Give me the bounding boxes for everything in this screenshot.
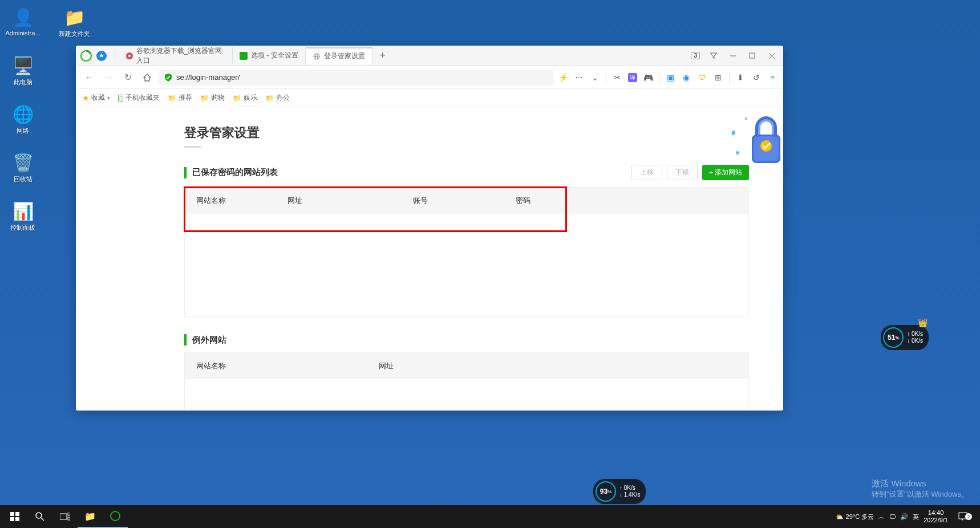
col-header-name: 网站名称 bbox=[196, 196, 287, 206]
saved-passwords-section: 已保存密码的网站列表 上移 下移 + 添加网站 网站名称 bbox=[184, 165, 749, 317]
desktop-icon-control-panel[interactable]: 📊 控制面板 bbox=[6, 200, 40, 232]
new-tab-button[interactable]: + bbox=[375, 48, 391, 64]
bookmark-folder-office[interactable]: 📁 办公 bbox=[265, 93, 290, 103]
favorites-button[interactable]: ★ 收藏 ▾ bbox=[83, 93, 110, 103]
col-header-password: 密码 bbox=[516, 196, 737, 206]
minimize-button[interactable] bbox=[724, 48, 742, 64]
svg-point-12 bbox=[736, 151, 739, 155]
desktop-icon-new-folder[interactable]: 📁 新建文件夹 bbox=[57, 6, 91, 38]
url-input[interactable]: se://login-manager/ bbox=[159, 70, 553, 86]
phone-icon: ▯ bbox=[118, 95, 123, 101]
download-icon[interactable]: ⬇ bbox=[735, 72, 746, 83]
tab-options-security[interactable]: 选项 - 安全设置 bbox=[233, 47, 306, 64]
desktop-icon-network[interactable]: 🌐 网络 bbox=[6, 103, 40, 135]
grid-icon[interactable]: ⊞ bbox=[713, 72, 723, 83]
folder-icon: 📁 bbox=[233, 94, 241, 102]
menu-icon[interactable]: ≡ bbox=[767, 72, 777, 83]
search-button[interactable] bbox=[27, 505, 52, 528]
crown-icon: 👑 bbox=[918, 318, 928, 327]
col-header-url: 网址 bbox=[379, 361, 737, 371]
tab-google-download[interactable]: 谷歌浏览器下载_浏览器官网入口 bbox=[119, 47, 233, 64]
svg-rect-21 bbox=[15, 517, 19, 521]
folder-icon: 📁 bbox=[168, 94, 176, 102]
home-button[interactable] bbox=[140, 70, 155, 85]
tray-volume-icon[interactable]: 🔊 bbox=[900, 513, 908, 521]
table-body-empty bbox=[185, 214, 748, 316]
lock-illustration bbox=[732, 113, 783, 172]
back-button[interactable]: ← bbox=[82, 70, 96, 85]
saved-passwords-table: 网站名称 网址 账号 密码 bbox=[184, 187, 749, 317]
bookmark-folder-shopping[interactable]: 📁 购物 bbox=[200, 93, 225, 103]
sync-icon[interactable] bbox=[96, 51, 107, 61]
page-header: 登录管家设置 bbox=[184, 124, 749, 148]
reload-button[interactable]: ↻ bbox=[120, 70, 135, 85]
chevron-down-icon[interactable]: ⌄ bbox=[590, 72, 600, 83]
taskbar: 📁 ⛅ 29°C 多云 ︿ 🖵 🔊 英 14:40 2022/9/1 2 bbox=[0, 505, 980, 528]
restore-icon[interactable]: ↺ bbox=[751, 72, 762, 83]
circle-icon[interactable]: ◉ bbox=[681, 72, 691, 83]
percent-circle: 93% bbox=[596, 481, 616, 502]
tab-count-badge[interactable]: 3 bbox=[691, 52, 700, 59]
move-down-button[interactable]: 下移 bbox=[667, 165, 698, 180]
maximize-button[interactable] bbox=[743, 48, 762, 64]
page-content[interactable]: 登录管家设置 bbox=[76, 107, 783, 411]
folder-icon: 📁 bbox=[265, 94, 274, 102]
url-bar: ← → ↻ se://login-manager/ ⚡ ⋯ ⌄ ✂ 译 🎮 ▣ … bbox=[76, 66, 783, 89]
ime-indicator[interactable]: 英 bbox=[913, 513, 919, 521]
scissors-icon[interactable]: ✂ bbox=[612, 72, 622, 83]
move-up-button[interactable]: 上移 bbox=[631, 165, 662, 180]
trash-icon: 🗑️ bbox=[11, 151, 34, 174]
tray-monitor-icon[interactable]: 🖵 bbox=[889, 513, 896, 520]
col-header-name: 网站名称 bbox=[196, 361, 379, 371]
security-icon[interactable]: 🛡 bbox=[697, 72, 707, 83]
page-title: 登录管家设置 bbox=[184, 124, 749, 141]
weather-widget[interactable]: ⛅ 29°C 多云 bbox=[836, 513, 874, 521]
action-center-button[interactable]: 2 bbox=[953, 512, 973, 521]
globe-icon bbox=[313, 52, 321, 60]
clock[interactable]: 14:40 2022/9/1 bbox=[924, 509, 948, 524]
windows-activation-watermark: 激活 Windows 转到"设置"以激活 Windows。 bbox=[872, 478, 969, 499]
url-text: se://login-manager/ bbox=[176, 73, 240, 82]
phone-favorites[interactable]: ▯ 手机收藏夹 bbox=[118, 93, 160, 103]
percent-circle: 51% bbox=[883, 327, 904, 348]
tab-login-manager[interactable]: 登录管家设置 bbox=[306, 47, 372, 64]
bookmark-folder-recommend[interactable]: 📁 推荐 bbox=[168, 93, 192, 103]
svg-rect-25 bbox=[68, 513, 70, 515]
network-icon: 🌐 bbox=[11, 103, 34, 125]
task-view-button[interactable] bbox=[52, 505, 78, 528]
desktop-icon-this-pc[interactable]: 🖥️ 此电脑 bbox=[6, 54, 40, 87]
system-monitor-widget-1[interactable]: 👑 51% ↑ 0K/s ↓ 0K/s bbox=[881, 325, 929, 350]
svg-point-22 bbox=[36, 513, 42, 518]
forward-button[interactable]: → bbox=[101, 70, 116, 85]
more-icon[interactable]: ⋯ bbox=[574, 72, 584, 83]
plus-icon: + bbox=[709, 169, 713, 177]
square-icon[interactable]: ▣ bbox=[665, 72, 675, 83]
svg-rect-26 bbox=[68, 517, 70, 520]
browser-window: 谷歌浏览器下载_浏览器官网入口 选项 - 安全设置 登录管家设置 + 3 bbox=[76, 46, 783, 411]
svg-rect-24 bbox=[60, 514, 67, 519]
svg-rect-19 bbox=[15, 512, 19, 516]
browser-icon bbox=[110, 511, 120, 521]
tray-chevron-icon[interactable]: ︿ bbox=[878, 513, 885, 521]
col-header-account: 账号 bbox=[413, 196, 516, 206]
desktop-icon-recycle-bin[interactable]: 🗑️ 回收站 bbox=[6, 151, 40, 184]
system-monitor-widget-2[interactable]: 93% ↑ 0K/s ↓ 1.4K/s bbox=[593, 479, 646, 504]
folder-icon: 📁 bbox=[200, 94, 209, 102]
svg-point-17 bbox=[760, 140, 772, 152]
flash-icon[interactable]: ⚡ bbox=[558, 72, 568, 83]
filter-icon[interactable] bbox=[704, 48, 723, 64]
close-button[interactable] bbox=[763, 48, 781, 64]
desktop-icon-administrator[interactable]: 👤 Administra... bbox=[6, 6, 40, 38]
control-panel-icon: 📊 bbox=[11, 200, 34, 222]
bookmark-folder-entertain[interactable]: 📁 娱乐 bbox=[233, 93, 257, 103]
weather-icon: ⛅ bbox=[836, 513, 844, 521]
taskbar-app-explorer[interactable]: 📁 bbox=[78, 505, 103, 528]
bookmark-bar: ★ 收藏 ▾ ▯ 手机收藏夹 📁 推荐 📁 购物 📁 娱乐 📁 办公 bbox=[76, 89, 783, 107]
game-icon[interactable]: 🎮 bbox=[643, 72, 653, 83]
section-title: 已保存密码的网站列表 bbox=[192, 167, 278, 178]
start-button[interactable] bbox=[2, 505, 27, 528]
folder-icon: 📁 bbox=[84, 511, 96, 522]
svg-rect-20 bbox=[10, 517, 14, 521]
translate-icon[interactable]: 译 bbox=[628, 73, 637, 82]
taskbar-app-browser[interactable] bbox=[103, 505, 128, 528]
